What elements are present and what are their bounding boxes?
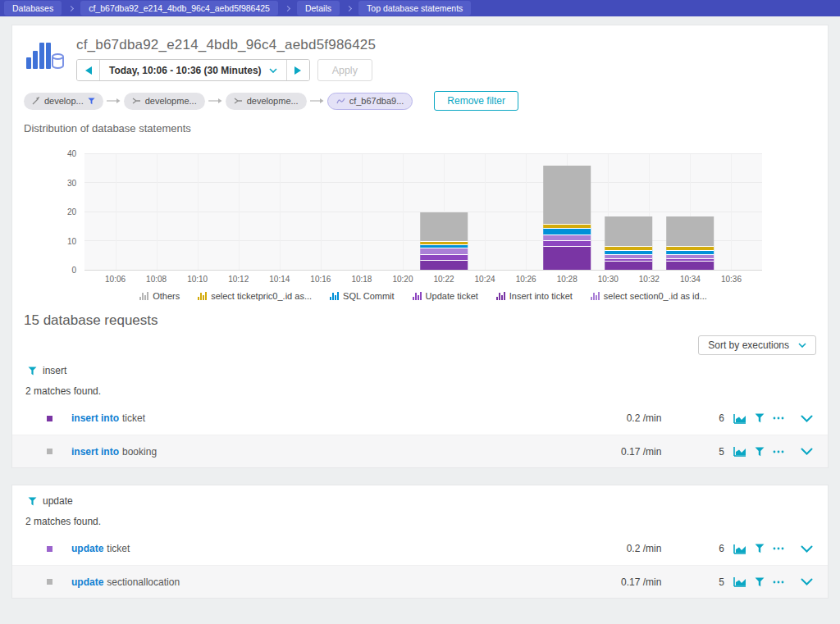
filter-chip-database[interactable]: cf_b67dba9...: [327, 93, 413, 110]
apply-button[interactable]: Apply: [317, 59, 372, 81]
triangle-left-icon: [85, 66, 92, 75]
matches-found-text: 2 matches found.: [25, 385, 816, 397]
bar-segment-select_section0: [420, 248, 468, 254]
group-filter-label: update: [43, 495, 73, 507]
request-row[interactable]: updateticket 0.2 /min 6: [12, 532, 828, 565]
statement-text: insert intoticket: [71, 412, 563, 424]
legend-item[interactable]: select ticketpric0_.id as...: [198, 291, 312, 301]
legend-item[interactable]: select section0_.id as id...: [591, 291, 707, 301]
statement-object: ticket: [107, 543, 130, 554]
more-options-icon[interactable]: [773, 417, 784, 420]
page-title: cf_b67dba92_e214_4bdb_96c4_aebd5f986425: [76, 37, 376, 53]
filter-funnel-icon[interactable]: [755, 544, 765, 553]
statement-color-marker: [47, 579, 52, 585]
bar-segment-insert_into_ticket: [543, 246, 591, 270]
database-details-card: cf_b67dba92_e214_4bdb_96c4_aebd5f986425 …: [11, 25, 829, 468]
legend-item[interactable]: Insert into ticket: [496, 291, 573, 301]
chart-x-axis: 10:0610:0810:1010:1210:1410:1610:1810:20…: [84, 275, 762, 286]
chart-plot-area[interactable]: [84, 154, 762, 271]
timeframe-label: Today, 10:06 - 10:36 (30 Minutes): [109, 65, 262, 76]
statements-chart: 010203040 10:0610:0810:1010:1210:1410:16…: [24, 154, 816, 286]
expand-row-chevron[interactable]: [801, 448, 813, 455]
timeframe-forward-button[interactable]: [287, 60, 309, 80]
filter-chip-process-1[interactable]: developme...: [124, 93, 205, 110]
request-row[interactable]: insert intobooking 0.17 /min 5: [12, 435, 828, 467]
legend-item[interactable]: SQL Commit: [330, 291, 395, 301]
chevron-down-icon: [798, 343, 806, 348]
legend-label: Others: [153, 291, 180, 301]
arrow-right-icon: [310, 98, 324, 104]
chart-icon[interactable]: [733, 576, 746, 587]
expand-row-chevron[interactable]: [801, 578, 813, 585]
statement-object: ticket: [122, 412, 145, 424]
environment-icon: [32, 97, 40, 105]
expand-row-chevron[interactable]: [801, 415, 813, 422]
breadcrumb-item-databases[interactable]: Databases: [4, 1, 62, 16]
legend-label: select ticketpric0_.id as...: [211, 291, 312, 301]
more-options-icon[interactable]: [773, 581, 784, 584]
chevron-down-icon: [269, 68, 277, 73]
stacked-bar-10:34[interactable]: [667, 154, 714, 270]
statement-color-marker: [47, 546, 52, 552]
database-icon: [336, 97, 345, 105]
filter-funnel-icon[interactable]: [755, 413, 765, 423]
breadcrumb-item-database-id[interactable]: cf_b67dba92_e214_4bdb_96c4_aebd5f986425: [80, 1, 278, 16]
stacked-bar-10:31[interactable]: [605, 154, 653, 270]
mini-bar-chart-icon: [591, 292, 600, 301]
chart-legend: Othersselect ticketpric0_.id as...SQL Co…: [84, 291, 762, 301]
filter-chip-label: developme...: [145, 96, 197, 106]
process-icon: [234, 97, 243, 105]
execution-count: 5: [719, 576, 724, 588]
remove-filter-button[interactable]: Remove filter: [434, 91, 518, 111]
timeframe-selector[interactable]: Today, 10:06 - 10:36 (30 Minutes): [99, 60, 287, 80]
chart-icon[interactable]: [733, 446, 746, 457]
execution-count: 6: [719, 412, 724, 424]
triangle-right-icon: [294, 66, 301, 75]
legend-item[interactable]: Update ticket: [413, 291, 478, 301]
timeframe-back-button[interactable]: [77, 60, 99, 80]
chevron-right-icon: [285, 5, 290, 11]
legend-label: SQL Commit: [343, 291, 395, 301]
statement-object: sectionallocation: [107, 576, 180, 588]
group-filter-update[interactable]: update: [28, 495, 816, 507]
execution-count: 5: [719, 446, 724, 458]
request-row[interactable]: insert intoticket 0.2 /min 6: [12, 402, 828, 435]
bar-segment-insert_into_ticket: [667, 261, 714, 270]
matches-found-text: 2 matches found.: [25, 516, 816, 527]
filter-funnel-icon[interactable]: [755, 577, 765, 587]
stacked-bar-10:22[interactable]: [420, 154, 468, 270]
filter-funnel-icon[interactable]: [755, 447, 765, 457]
mini-bar-chart-icon: [139, 292, 148, 301]
filter-funnel-icon: [28, 367, 37, 376]
execution-rate: 0.17 /min: [563, 446, 661, 458]
filter-funnel-icon: [88, 98, 95, 105]
statement-object: booking: [122, 446, 157, 458]
bar-segment-insert_into_ticket: [420, 260, 468, 270]
statement-color-marker: [47, 416, 52, 421]
more-options-icon[interactable]: [773, 450, 784, 453]
statement-link[interactable]: insert into: [71, 446, 119, 458]
request-row[interactable]: updatesectionallocation 0.17 /min 5: [12, 565, 828, 598]
expand-row-chevron[interactable]: [801, 545, 813, 553]
statement-text: updatesectionallocation: [71, 576, 563, 588]
breadcrumb: Databases cf_b67dba92_e214_4bdb_96c4_aeb…: [0, 0, 840, 16]
filter-chip-process-2[interactable]: developme...: [226, 93, 307, 110]
stacked-bar-10:28[interactable]: [543, 154, 591, 270]
statement-link[interactable]: insert into: [71, 412, 119, 424]
chart-icon[interactable]: [733, 413, 746, 424]
bar-segment-update_ticket: [543, 240, 591, 246]
filter-chip-environment[interactable]: develop...: [24, 93, 103, 110]
breadcrumb-item-details[interactable]: Details: [297, 1, 340, 16]
statement-link[interactable]: update: [71, 576, 103, 588]
breadcrumb-item-top-statements[interactable]: Top database statements: [358, 1, 471, 16]
mini-bar-chart-icon: [413, 292, 422, 301]
statement-text: insert intobooking: [71, 446, 563, 458]
sort-dropdown[interactable]: Sort by executions: [698, 335, 816, 355]
filter-chip-label: develop...: [44, 96, 84, 106]
legend-item[interactable]: Others: [139, 291, 180, 301]
statement-link[interactable]: update: [71, 543, 103, 554]
group-filter-insert[interactable]: insert: [28, 365, 816, 376]
more-options-icon[interactable]: [773, 547, 784, 550]
chart-icon[interactable]: [733, 544, 746, 554]
bar-segment-others: [605, 216, 653, 246]
